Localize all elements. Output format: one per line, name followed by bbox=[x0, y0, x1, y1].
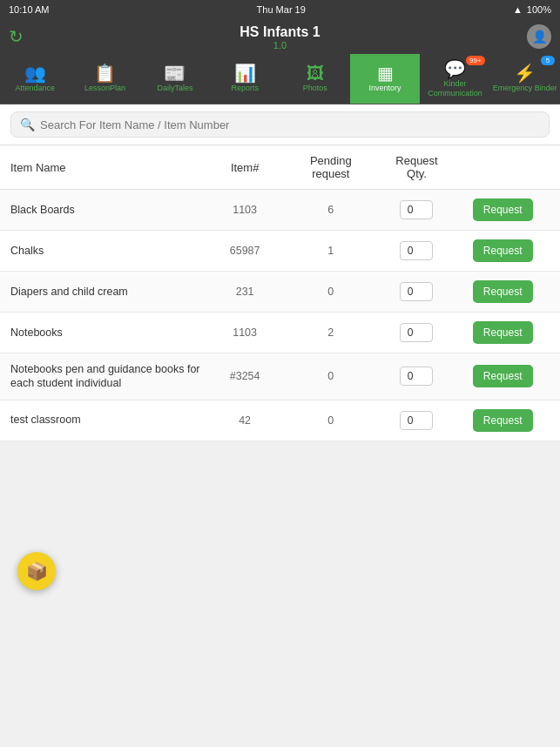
table-row: Diapers and child cream 231 0 Request bbox=[0, 272, 560, 313]
col-header-pending-line1: Pending bbox=[310, 154, 352, 167]
search-icon: 🔍 bbox=[20, 118, 35, 131]
tab-dailytales-label: DailyTales bbox=[157, 84, 192, 93]
table-row: Chalks 65987 1 Request bbox=[0, 231, 560, 272]
fab-container: 📦 bbox=[17, 552, 56, 590]
row-pending-request: 2 bbox=[284, 326, 378, 339]
status-day: Thu Mar 19 bbox=[257, 4, 306, 15]
fab-icon: 📦 bbox=[26, 561, 48, 582]
attendance-icon: 👥 bbox=[24, 64, 46, 82]
fab-button[interactable]: 📦 bbox=[17, 552, 56, 590]
table-header-row: Item Name Item# Pending request Request … bbox=[0, 145, 560, 190]
row-qty-input[interactable] bbox=[400, 282, 433, 301]
col-header-qty-line2: Qty. bbox=[407, 167, 427, 180]
request-button[interactable]: Request bbox=[473, 409, 533, 432]
row-qty-cell bbox=[378, 282, 456, 301]
row-qty-input[interactable] bbox=[400, 200, 433, 219]
col-header-qty: Request Qty. bbox=[378, 154, 456, 180]
search-bar-container: 🔍 bbox=[0, 104, 560, 145]
row-pending-request: 0 bbox=[284, 286, 378, 298]
row-item-name: Chalks bbox=[10, 244, 206, 258]
kinder-badge: 99+ bbox=[466, 56, 485, 65]
tab-lessonplan-label: LessonPlan bbox=[84, 84, 125, 93]
row-item-number: #3254 bbox=[206, 370, 284, 382]
search-input[interactable] bbox=[40, 118, 540, 131]
row-qty-cell bbox=[378, 411, 456, 430]
tab-reports[interactable]: 📊 Reports bbox=[210, 54, 280, 104]
emergency-icon: ⚡ bbox=[514, 64, 536, 82]
tab-attendance[interactable]: 👥 Attendance bbox=[0, 54, 70, 104]
row-pending-request: 1 bbox=[284, 245, 378, 257]
table-row: Notebooks pen and guidance books for eac… bbox=[0, 353, 560, 400]
avatar-icon: 👤 bbox=[532, 30, 547, 44]
col-header-pending-line2: request bbox=[312, 167, 349, 180]
table-row: Black Boards 1103 6 Request bbox=[0, 190, 560, 231]
tab-lessonplan[interactable]: 📋 LessonPlan bbox=[70, 54, 139, 104]
row-qty-cell bbox=[378, 367, 456, 386]
row-pending-request: 6 bbox=[284, 204, 378, 216]
tab-dailytales[interactable]: 📰 DailyTales bbox=[140, 54, 210, 104]
reports-icon: 📊 bbox=[234, 64, 256, 82]
status-bar: 10:10 AM Thu Mar 19 ▲ 100% bbox=[0, 0, 560, 19]
lessonplan-icon: 📋 bbox=[94, 64, 116, 82]
row-qty-input[interactable] bbox=[400, 323, 433, 342]
row-pending-request: 0 bbox=[284, 414, 378, 427]
row-action-cell: Request bbox=[455, 280, 550, 303]
row-item-name: Black Boards bbox=[10, 203, 206, 217]
kinder-icon: 💬 bbox=[444, 60, 466, 77]
user-avatar[interactable]: 👤 bbox=[527, 24, 551, 49]
inventory-table: Item Name Item# Pending request Request … bbox=[0, 145, 560, 441]
row-pending-request: 0 bbox=[284, 370, 378, 382]
search-bar: 🔍 bbox=[10, 111, 550, 138]
row-qty-cell bbox=[378, 323, 456, 342]
col-header-item-name: Item Name bbox=[10, 161, 206, 174]
tab-photos[interactable]: 🖼 Photos bbox=[280, 54, 350, 104]
request-button[interactable]: Request bbox=[473, 365, 533, 387]
nav-tabs: 👥 Attendance 📋 LessonPlan 📰 DailyTales 📊… bbox=[0, 54, 560, 104]
row-item-number: 1103 bbox=[206, 326, 284, 339]
col-header-item-number: Item# bbox=[206, 161, 284, 174]
row-action-cell: Request bbox=[455, 409, 550, 432]
tab-photos-label: Photos bbox=[303, 84, 327, 93]
row-item-number: 231 bbox=[206, 286, 284, 298]
tab-kinder-label: Kinder Communication bbox=[422, 79, 488, 98]
tab-emergency[interactable]: 5 ⚡ Emergency Binder bbox=[490, 54, 560, 104]
refresh-icon[interactable]: ↻ bbox=[9, 26, 24, 47]
request-button[interactable]: Request bbox=[473, 199, 533, 221]
table-row: Notebooks 1103 2 Request bbox=[0, 313, 560, 353]
tab-kinder[interactable]: 99+ 💬 Kinder Communication bbox=[420, 54, 489, 104]
row-action-cell: Request bbox=[455, 365, 550, 387]
col-header-qty-line1: Request bbox=[395, 154, 437, 167]
app-header: ↻ HS Infants 1 1.0 👤 bbox=[0, 19, 560, 54]
row-item-number: 65987 bbox=[206, 245, 284, 257]
tab-reports-label: Reports bbox=[232, 84, 260, 93]
row-item-number: 1103 bbox=[206, 204, 284, 216]
tab-inventory-label: Inventory bbox=[369, 84, 401, 93]
status-time: 10:10 AM bbox=[9, 4, 49, 15]
row-item-name: test classroom bbox=[10, 413, 206, 427]
dailytales-icon: 📰 bbox=[164, 64, 186, 82]
row-qty-input[interactable] bbox=[400, 367, 433, 386]
request-button[interactable]: Request bbox=[473, 321, 533, 344]
row-item-number: 42 bbox=[206, 414, 284, 427]
emergency-badge: 5 bbox=[541, 56, 555, 65]
col-header-pending: Pending request bbox=[284, 154, 378, 180]
row-action-cell: Request bbox=[455, 321, 550, 344]
tab-attendance-label: Attendance bbox=[15, 84, 55, 93]
inventory-icon: ▦ bbox=[377, 64, 394, 82]
row-item-name: Notebooks bbox=[10, 326, 206, 340]
battery-percent: 100% bbox=[527, 4, 551, 15]
photos-icon: 🖼 bbox=[307, 64, 324, 82]
wifi-icon: ▲ bbox=[513, 4, 523, 15]
row-item-name: Notebooks pen and guidance books for eac… bbox=[10, 362, 206, 391]
header-title: HS Infants 1 bbox=[0, 24, 560, 40]
row-qty-input[interactable] bbox=[400, 241, 433, 260]
request-button[interactable]: Request bbox=[473, 280, 533, 303]
row-qty-input[interactable] bbox=[400, 411, 433, 430]
request-button[interactable]: Request bbox=[473, 239, 533, 262]
row-action-cell: Request bbox=[455, 199, 550, 221]
table-row: test classroom 42 0 Request bbox=[0, 400, 560, 441]
tab-inventory[interactable]: ▦ Inventory bbox=[350, 54, 420, 104]
header-version: 1.0 bbox=[0, 40, 560, 50]
row-qty-cell bbox=[378, 241, 456, 260]
tab-emergency-label: Emergency Binder bbox=[493, 84, 557, 93]
